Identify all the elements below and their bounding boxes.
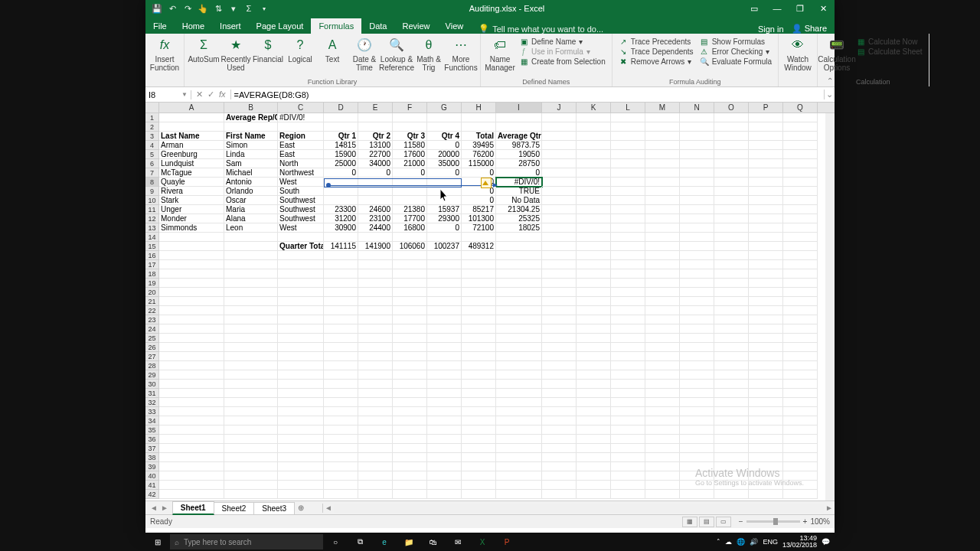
taskbar-search[interactable]: ⌕ Type here to search	[170, 534, 323, 549]
row-header[interactable]: 26	[145, 343, 159, 352]
cell[interactable]	[577, 444, 611, 453]
cell[interactable]	[645, 481, 680, 490]
date-time-button[interactable]: 🕐Date & Time	[348, 35, 381, 73]
cell[interactable]	[393, 380, 427, 389]
cell[interactable]	[680, 462, 714, 471]
cell[interactable]	[278, 352, 324, 361]
watch-window-button[interactable]: 👁Watch Window	[782, 35, 814, 73]
row-header[interactable]: 2	[145, 122, 159, 132]
cell[interactable]	[645, 315, 680, 324]
cell[interactable]	[611, 398, 645, 407]
cell[interactable]	[749, 462, 783, 471]
cell[interactable]	[645, 407, 680, 416]
cell[interactable]	[462, 122, 496, 132]
cell[interactable]	[462, 306, 496, 315]
cell[interactable]	[224, 122, 278, 132]
cell[interactable]	[645, 141, 680, 150]
cell[interactable]: 31200	[324, 214, 358, 223]
cell[interactable]: 21000	[393, 159, 427, 168]
cell[interactable]	[783, 187, 818, 196]
cell[interactable]	[783, 141, 818, 150]
row-header[interactable]: 3	[145, 132, 159, 141]
cell[interactable]	[783, 453, 818, 462]
vertical-scrollbar[interactable]	[825, 113, 835, 500]
cell[interactable]	[783, 444, 818, 453]
cell[interactable]	[358, 352, 393, 361]
cell[interactable]	[577, 132, 611, 141]
cell[interactable]	[159, 233, 224, 242]
cell[interactable]	[714, 113, 749, 122]
qat-save-icon[interactable]: 💾	[150, 2, 164, 15]
cell[interactable]	[680, 122, 714, 132]
cell[interactable]	[496, 306, 542, 315]
cell[interactable]	[714, 214, 749, 223]
cell[interactable]	[427, 343, 462, 352]
cell[interactable]	[324, 462, 358, 471]
cell[interactable]	[645, 343, 680, 352]
cell[interactable]	[278, 251, 324, 260]
cell[interactable]	[224, 389, 278, 398]
cell[interactable]	[278, 122, 324, 132]
cell[interactable]	[393, 425, 427, 435]
cell[interactable]	[577, 187, 611, 196]
cell[interactable]	[358, 444, 393, 453]
cell[interactable]: 16800	[393, 223, 427, 233]
cell[interactable]: Maria	[224, 205, 278, 214]
cell[interactable]: 101300	[462, 214, 496, 223]
row-header[interactable]: 19	[145, 279, 159, 288]
cell[interactable]	[645, 306, 680, 315]
cell[interactable]	[462, 343, 496, 352]
cell[interactable]	[783, 159, 818, 168]
cell[interactable]	[462, 490, 496, 499]
cell[interactable]	[542, 398, 577, 407]
cell[interactable]	[714, 306, 749, 315]
tab-page-layout[interactable]: Page Layout	[249, 18, 312, 34]
cell[interactable]	[749, 389, 783, 398]
cell[interactable]	[159, 444, 224, 453]
cell[interactable]	[680, 471, 714, 481]
cell[interactable]: Oscar	[224, 196, 278, 205]
cell[interactable]: Greenburg	[159, 150, 224, 159]
cell[interactable]	[783, 407, 818, 416]
cell[interactable]	[324, 269, 358, 279]
cell[interactable]	[749, 242, 783, 251]
cell[interactable]: 28750	[496, 159, 542, 168]
cell[interactable]: Southwest	[278, 205, 324, 214]
cortana-icon[interactable]: ○	[323, 533, 348, 551]
cell[interactable]	[542, 416, 577, 425]
cell[interactable]	[611, 416, 645, 425]
cell[interactable]	[462, 471, 496, 481]
cell[interactable]	[393, 122, 427, 132]
cell[interactable]	[680, 306, 714, 315]
cell[interactable]	[645, 425, 680, 435]
cell[interactable]: 18025	[496, 223, 542, 233]
tray-notifications-icon[interactable]: 💬	[822, 538, 830, 546]
cell[interactable]	[159, 462, 224, 471]
cell[interactable]	[462, 407, 496, 416]
cell[interactable]	[462, 260, 496, 269]
cell[interactable]: 141900	[358, 242, 393, 251]
cell[interactable]	[462, 233, 496, 242]
cell[interactable]	[393, 315, 427, 324]
cell[interactable]	[611, 324, 645, 334]
cell[interactable]	[714, 288, 749, 297]
row-header[interactable]: 32	[145, 398, 159, 407]
cell[interactable]	[611, 279, 645, 288]
cell[interactable]	[462, 481, 496, 490]
cell[interactable]	[680, 453, 714, 462]
cell[interactable]	[645, 122, 680, 132]
qat-touch-icon[interactable]: 👆	[196, 2, 210, 15]
cell[interactable]	[645, 269, 680, 279]
cell[interactable]	[611, 141, 645, 150]
cell[interactable]	[680, 425, 714, 435]
cell[interactable]	[427, 334, 462, 343]
cell[interactable]	[714, 178, 749, 187]
cell[interactable]	[680, 435, 714, 444]
cell[interactable]	[611, 150, 645, 159]
cell[interactable]	[577, 370, 611, 380]
cell[interactable]: 115000	[462, 159, 496, 168]
cell[interactable]: Sam	[224, 159, 278, 168]
cell[interactable]	[393, 279, 427, 288]
cell[interactable]	[611, 471, 645, 481]
cell[interactable]	[393, 113, 427, 122]
